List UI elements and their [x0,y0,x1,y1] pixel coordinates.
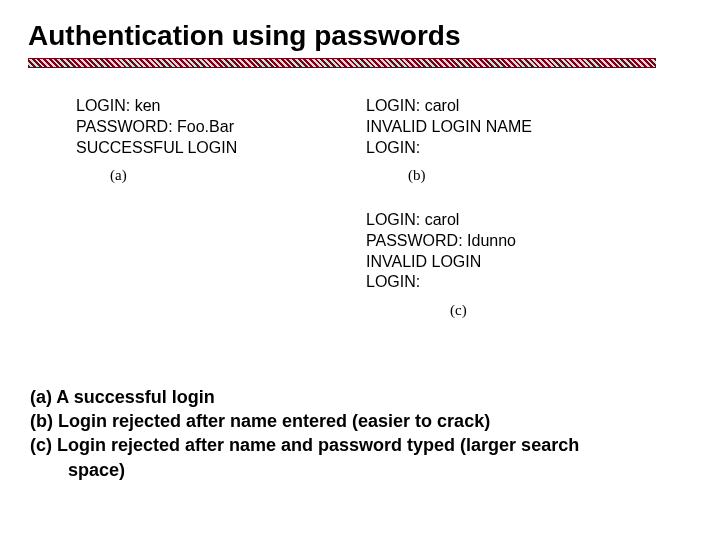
panel-a: LOGIN: ken PASSWORD: Foo.Bar SUCCESSFUL … [76,96,237,186]
panel-b-line-1: LOGIN: carol [366,96,532,117]
caption-list: (a) A successful login (b) Login rejecte… [30,385,579,482]
panel-a-line-2: PASSWORD: Foo.Bar [76,117,237,138]
caption-c-line1: (c) Login rejected after name and passwo… [30,433,579,457]
examples-area: LOGIN: ken PASSWORD: Foo.Bar SUCCESSFUL … [60,90,692,330]
panel-a-line-1: LOGIN: ken [76,96,237,117]
panel-b: LOGIN: carol INVALID LOGIN NAME LOGIN: (… [366,96,532,186]
slide-title: Authentication using passwords [28,20,692,52]
caption-b: (b) Login rejected after name entered (e… [30,409,579,433]
panel-a-label: (a) [110,166,237,186]
caption-c-line2: space) [30,458,579,482]
title-divider [28,58,656,68]
panel-a-line-3: SUCCESSFUL LOGIN [76,138,237,159]
panel-b-label: (b) [408,166,532,186]
panel-b-line-2: INVALID LOGIN NAME [366,117,532,138]
panel-b-line-3: LOGIN: [366,138,532,159]
caption-a: (a) A successful login [30,385,579,409]
panel-c-line-2: PASSWORD: Idunno [366,231,516,252]
panel-c: LOGIN: carol PASSWORD: Idunno INVALID LO… [366,210,516,321]
panel-c-line-1: LOGIN: carol [366,210,516,231]
panel-c-line-4: LOGIN: [366,272,516,293]
slide: Authentication using passwords LOGIN: ke… [0,0,720,540]
panel-c-line-3: INVALID LOGIN [366,252,516,273]
panel-c-label: (c) [450,301,516,321]
